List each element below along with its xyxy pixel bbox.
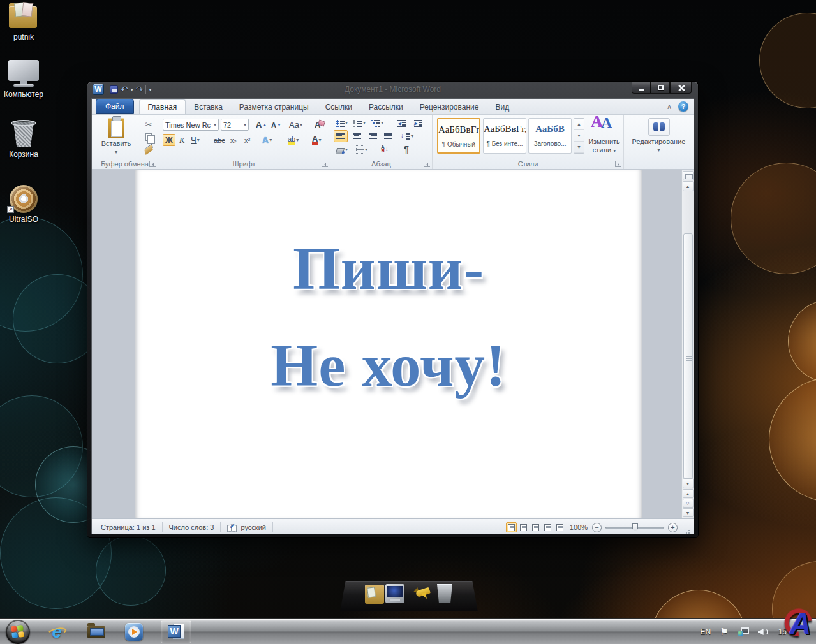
borders-button[interactable]: ▾ (354, 143, 369, 156)
numbering-button[interactable]: ▾ (352, 117, 367, 129)
increase-indent-button[interactable]: ▶ (412, 117, 425, 129)
zoom-out-icon[interactable]: − (592, 523, 602, 532)
tab-insert[interactable]: Вставка (186, 100, 231, 114)
highlight-button[interactable]: ab▾ (286, 134, 300, 146)
font-size-combo[interactable]: 72 ▾ (221, 119, 249, 131)
tab-review[interactable]: Рецензирование (412, 100, 487, 114)
status-proofing[interactable]: ✓ русский (221, 522, 272, 532)
sort-button[interactable]: АЯ ↓ (379, 143, 390, 155)
taskbar-ie-button[interactable]: e (46, 622, 68, 642)
tab-references[interactable]: Ссылки (317, 100, 360, 114)
copy-button[interactable] (142, 131, 156, 143)
grow-font-button[interactable]: А▲ (254, 119, 269, 131)
justify-button[interactable] (382, 130, 395, 142)
tab-mailings[interactable]: Рассылки (360, 100, 412, 114)
multilevel-list-button[interactable]: ▾ (369, 117, 385, 129)
minimize-button[interactable] (632, 82, 651, 94)
font-name-combo[interactable]: Times New Rc ▾ (163, 119, 219, 131)
start-button[interactable] (6, 620, 30, 644)
dock-computer-icon[interactable] (385, 584, 404, 603)
style-heading1[interactable]: АаБбВ Заголово... (528, 118, 572, 154)
bullets-button[interactable]: ▾ (334, 117, 350, 129)
tab-file[interactable]: Файл (96, 99, 134, 114)
document-page[interactable]: Пиши- Не хочу! (135, 170, 642, 518)
scroll-down-icon[interactable]: ▼ (683, 478, 694, 488)
text-effects-button[interactable]: А▾ (260, 134, 274, 146)
dialog-launcher-icon[interactable] (149, 161, 156, 167)
network-icon[interactable] (738, 627, 749, 636)
shrink-font-button[interactable]: А▼ (269, 119, 283, 131)
resize-grip[interactable] (682, 523, 690, 531)
bold-button[interactable]: Ж (163, 134, 175, 146)
help-icon[interactable]: ? (678, 101, 688, 112)
shading-button[interactable]: ▾ (334, 143, 350, 156)
fullscreen-reading-view-button[interactable] (518, 522, 529, 532)
desktop-icon-ultraiso[interactable]: ↗ UltraISO (0, 184, 51, 224)
clear-formatting-button[interactable]: А (313, 119, 322, 131)
outline-view-button[interactable] (542, 522, 553, 532)
editing-button[interactable]: Редактирование ▾ (628, 118, 690, 153)
scrollbar-thumb[interactable] (683, 233, 693, 479)
volume-icon[interactable] (758, 627, 769, 636)
superscript-button[interactable]: x² (242, 134, 252, 146)
cut-button[interactable]: ✂ (142, 119, 156, 130)
previous-page-icon[interactable]: ▲ (683, 489, 694, 498)
taskbar-media-player-button[interactable] (123, 622, 145, 642)
italic-button[interactable]: К (177, 134, 187, 146)
select-browse-object-icon[interactable]: ○ (683, 499, 694, 508)
next-page-icon[interactable]: ▼ (683, 508, 694, 517)
dock-folder-icon[interactable] (365, 585, 384, 604)
strikethrough-button[interactable]: abc (212, 134, 227, 146)
document-text-line2[interactable]: Не хочу! (135, 330, 642, 400)
paste-dropdown-icon[interactable]: ▾ (115, 149, 117, 155)
maximize-button[interactable] (651, 82, 670, 94)
styles-scroll-up-icon[interactable]: ▲ (574, 119, 584, 130)
vertical-scrollbar[interactable]: ▲ ▼ ▲ ○ ▼ (681, 170, 694, 518)
font-color-button[interactable]: А▾ (310, 134, 323, 146)
change-case-button[interactable]: Аа▾ (287, 119, 304, 131)
status-word-count[interactable]: Число слов: 3 (163, 522, 221, 532)
align-left-button[interactable] (334, 130, 348, 142)
dialog-launcher-icon[interactable] (322, 161, 328, 167)
web-layout-view-button[interactable] (530, 522, 541, 532)
dialog-launcher-icon[interactable] (424, 161, 430, 167)
paste-button[interactable]: Вставить ▾ (100, 118, 133, 157)
desktop-icon-putnik[interactable]: putnik (0, 1, 51, 41)
action-center-flag-icon[interactable]: ⚑ (720, 626, 728, 638)
document-text-line1[interactable]: Пиши- (135, 233, 642, 304)
taskbar-word-button[interactable]: W (161, 620, 191, 643)
desktop-icon-computer[interactable]: Компьютер (0, 59, 51, 99)
styles-scroll-down-icon[interactable]: ▼ (574, 130, 584, 142)
scroll-up-icon[interactable]: ▲ (683, 181, 694, 191)
close-button[interactable] (670, 82, 692, 94)
title-bar[interactable]: W ↶ ▾ ↷ ▾ Документ1 - Microsoft Word (87, 82, 698, 98)
zoom-slider-thumb[interactable] (632, 523, 638, 532)
print-layout-view-button[interactable] (506, 522, 517, 532)
font-size-dropdown-icon[interactable]: ▾ (244, 122, 246, 128)
zoom-level[interactable]: 100% (570, 523, 588, 531)
format-painter-button[interactable] (142, 144, 156, 156)
desktop-icon-recycle-bin[interactable]: Корзина (0, 119, 51, 159)
dock-rocket-icon[interactable] (413, 584, 433, 603)
zoom-slider-track[interactable] (605, 527, 664, 529)
minimize-ribbon-icon[interactable]: ∧ (667, 103, 672, 111)
styles-gallery-more-icon[interactable]: ▼ (574, 142, 584, 153)
tab-view[interactable]: Вид (487, 100, 517, 114)
draft-view-button[interactable] (554, 522, 565, 532)
tab-home[interactable]: Главная (139, 99, 186, 114)
dialog-launcher-icon[interactable] (615, 161, 621, 167)
show-marks-button[interactable]: ¶ (402, 143, 411, 155)
zoom-in-icon[interactable]: + (668, 523, 678, 532)
style-normal[interactable]: АаБбВвГг, ¶ Обычный (437, 118, 480, 154)
subscript-button[interactable]: x₂ (228, 134, 239, 146)
decrease-indent-button[interactable]: ◀ (396, 117, 408, 129)
align-center-button[interactable] (350, 130, 363, 142)
underline-button[interactable]: Ч▾ (189, 134, 202, 146)
status-page-indicator[interactable]: Страница: 1 из 1 (94, 522, 163, 532)
scrollbar-track[interactable] (683, 192, 694, 477)
style-no-spacing[interactable]: АаБбВвГг, ¶ Без инте... (483, 118, 526, 154)
line-spacing-button[interactable]: ↕▾ (399, 130, 415, 142)
language-indicator[interactable]: EN (701, 627, 711, 636)
font-name-dropdown-icon[interactable]: ▾ (214, 122, 216, 128)
tab-page-layout[interactable]: Разметка страницы (231, 100, 317, 114)
